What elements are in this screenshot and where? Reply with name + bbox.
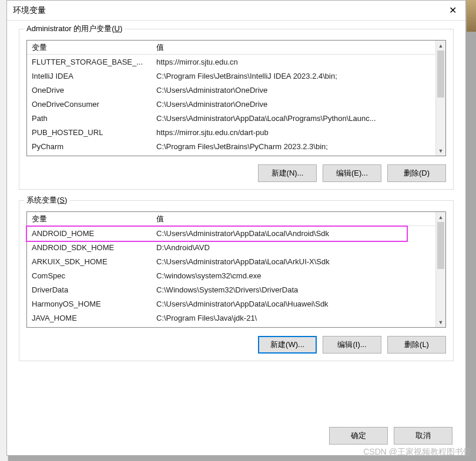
cancel-button[interactable]: 取消: [394, 427, 452, 445]
table-row[interactable]: TEMPC:\Users\Administrator\AppData\Local…: [27, 153, 435, 156]
system-table-body: 变量 值 ANDROID_HOMEC:\Users\Administrator\…: [27, 212, 435, 327]
table-row[interactable]: FLUTTER_STORAGE_BASE_...https://mirror.s…: [27, 55, 435, 69]
col-name-header[interactable]: 变量: [27, 214, 155, 224]
scroll-track[interactable]: [436, 222, 445, 317]
user-delete-button[interactable]: 删除(D): [387, 164, 446, 182]
scroll-up-icon[interactable]: ▲: [436, 41, 445, 51]
user-group-label: Administrator 的用户变量(U): [24, 23, 125, 34]
cell-name: ANDROID_SDK_HOME: [27, 243, 155, 252]
system-new-button[interactable]: 新建(W)...: [258, 336, 317, 354]
col-value-header[interactable]: 值: [155, 214, 435, 224]
user-table-body: 变量 值 FLUTTER_STORAGE_BASE_...https://mir…: [27, 41, 435, 156]
cell-value: C:\windows\system32\cmd.exe: [155, 271, 435, 280]
cell-name: ANDROID_HOME: [27, 229, 155, 238]
table-row[interactable]: DriverDataC:\Windows\System32\Drivers\Dr…: [27, 282, 435, 297]
user-variables-group: Administrator 的用户变量(U) 变量 值 FLUTTER_STOR…: [19, 29, 454, 190]
table-row[interactable]: NUMBER_OF_PROCESSORS12: [27, 325, 435, 327]
col-value-header[interactable]: 值: [155, 42, 435, 53]
system-scrollbar[interactable]: ▲ ▼: [435, 212, 445, 327]
system-table-header[interactable]: 变量 值: [27, 212, 435, 226]
cell-name: HarmonyOS_HOME: [27, 300, 155, 308]
ok-button[interactable]: 确定: [329, 427, 388, 445]
table-row[interactable]: ARKUIX_SDK_HOMEC:\Users\Administrator\Ap…: [27, 254, 435, 268]
scroll-up-icon[interactable]: ▲: [436, 212, 445, 222]
cell-value: C:\Program Files\JetBrains\IntelliJ IDEA…: [155, 72, 435, 80]
system-variables-group: 系统变量(S) 变量 值 ANDROID_HOMEC:\Users\Admini…: [19, 200, 454, 361]
cell-name: ARKUIX_SDK_HOME: [27, 257, 155, 266]
cell-value: C:\Users\Administrator\OneDrive: [155, 100, 435, 109]
cell-value: C:\Users\Administrator\AppData\Local\Hua…: [155, 300, 435, 308]
system-group-label: 系统变量(S): [24, 195, 69, 206]
dialog-content: Administrator 的用户变量(U) 变量 值 FLUTTER_STOR…: [7, 21, 465, 421]
watermark: CSDN @王家视频教程图书馆: [363, 447, 471, 457]
table-row[interactable]: IntelliJ IDEAC:\Program Files\JetBrains\…: [27, 69, 435, 83]
cell-name: DriverData: [27, 285, 155, 294]
cell-value: C:\Users\Administrator\AppData\Local\Pro…: [155, 114, 435, 123]
titlebar: 环境变量 ✕: [7, 1, 465, 21]
user-edit-button[interactable]: 编辑(E)...: [323, 164, 381, 182]
table-row[interactable]: OneDriveConsumerC:\Users\Administrator\O…: [27, 97, 435, 111]
cell-value: C:\Users\Administrator\AppData\Local\Ark…: [155, 257, 435, 266]
cell-name: OneDriveConsumer: [27, 100, 155, 109]
cell-name: PyCharm: [27, 142, 155, 151]
scroll-thumb[interactable]: [437, 222, 444, 269]
user-buttons: 新建(N)... 编辑(E)... 删除(D): [26, 164, 446, 182]
user-table-header[interactable]: 变量 值: [27, 41, 435, 55]
cell-name: JAVA_HOME: [27, 314, 155, 322]
cell-value: D:\Android\AVD: [155, 243, 435, 252]
cell-name: ComSpec: [27, 271, 155, 280]
user-scrollbar[interactable]: ▲ ▼: [435, 41, 445, 156]
cell-value: https://mirror.sjtu.edu.cn: [155, 58, 435, 66]
cell-value: C:\Users\Administrator\AppData\Local\And…: [155, 229, 435, 238]
table-row[interactable]: OneDriveC:\Users\Administrator\OneDrive: [27, 83, 435, 97]
cell-name: Path: [27, 114, 155, 123]
dialog-title: 环境变量: [13, 5, 46, 16]
scroll-thumb[interactable]: [437, 51, 444, 97]
cell-name: OneDrive: [27, 86, 155, 95]
background-decor: [467, 0, 476, 32]
cell-name: IntelliJ IDEA: [27, 72, 155, 80]
system-table[interactable]: 变量 值 ANDROID_HOMEC:\Users\Administrator\…: [26, 211, 446, 328]
cell-value: C:\Program Files\Java\jdk-21\: [155, 314, 435, 322]
table-row[interactable]: HarmonyOS_HOMEC:\Users\Administrator\App…: [27, 297, 435, 311]
scroll-down-icon[interactable]: ▼: [436, 146, 445, 156]
table-row[interactable]: ComSpecC:\windows\system32\cmd.exe: [27, 268, 435, 282]
table-row[interactable]: ANDROID_SDK_HOMED:\Android\AVD: [27, 240, 435, 254]
scroll-track[interactable]: [436, 51, 445, 146]
cell-value: C:\Users\Administrator\OneDrive: [155, 86, 435, 95]
col-name-header[interactable]: 变量: [27, 42, 155, 53]
table-row[interactable]: JAVA_HOMEC:\Program Files\Java\jdk-21\: [27, 311, 435, 325]
cell-value: C:\Program Files\JetBrains\PyCharm 2023.…: [155, 142, 435, 151]
user-new-button[interactable]: 新建(N)...: [258, 164, 317, 182]
cell-name: PUB_HOSTED_URL: [27, 128, 155, 137]
system-edit-button[interactable]: 编辑(I)...: [323, 336, 381, 354]
env-vars-dialog: 环境变量 ✕ Administrator 的用户变量(U) 变量 值 FLUTT…: [6, 0, 466, 456]
table-row[interactable]: PyCharmC:\Program Files\JetBrains\PyChar…: [27, 139, 435, 153]
system-buttons: 新建(W)... 编辑(I)... 删除(L): [26, 336, 446, 354]
table-row[interactable]: PUB_HOSTED_URLhttps://mirror.sjtu.edu.cn…: [27, 125, 435, 139]
cell-value: C:\Windows\System32\Drivers\DriverData: [155, 285, 435, 294]
table-row[interactable]: ANDROID_HOMEC:\Users\Administrator\AppDa…: [27, 226, 435, 240]
cell-name: FLUTTER_STORAGE_BASE_...: [27, 58, 155, 66]
scroll-down-icon[interactable]: ▼: [436, 317, 445, 327]
user-table[interactable]: 变量 值 FLUTTER_STORAGE_BASE_...https://mir…: [26, 40, 446, 156]
table-row[interactable]: PathC:\Users\Administrator\AppData\Local…: [27, 111, 435, 125]
close-icon[interactable]: ✕: [445, 5, 460, 16]
system-delete-button[interactable]: 删除(L): [387, 336, 446, 354]
cell-value: https://mirror.sjtu.edu.cn/dart-pub: [155, 128, 435, 137]
